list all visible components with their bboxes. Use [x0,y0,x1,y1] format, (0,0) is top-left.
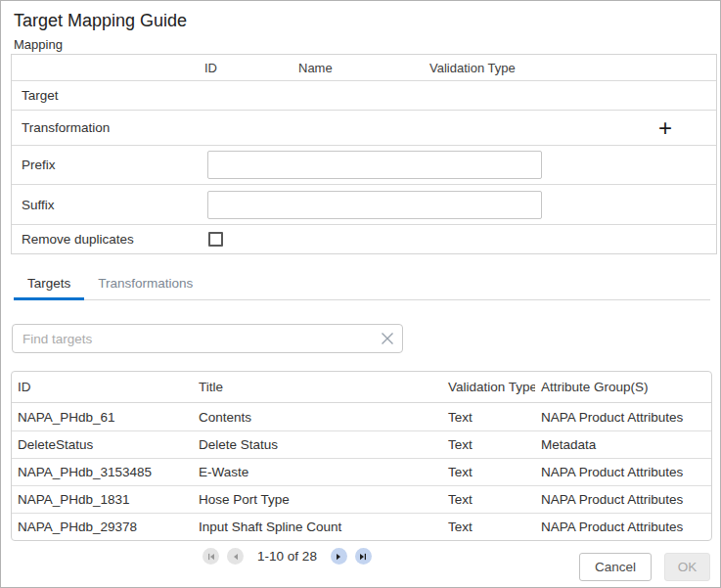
table-row[interactable]: NAPA_PHdb_1831 Hose Port Type Text NAPA … [12,485,711,513]
table-row[interactable]: NAPA_PHdb_61 Contents Text NAPA Product … [12,403,711,430]
suffix-input[interactable] [207,191,542,219]
cell-validation-type: Text [442,437,535,452]
clear-search-button[interactable] [373,325,402,352]
table-row[interactable]: NAPA_PHdb_29378 Input Shaft Spline Count… [12,513,711,540]
last-page-button[interactable] [355,548,372,565]
mapping-section-label: Mapping [14,37,720,52]
tab-transformations[interactable]: Transformations [84,270,206,300]
close-icon [380,331,395,346]
tab-targets[interactable]: Targets [14,270,84,300]
cell-id: NAPA_PHdb_61 [12,410,193,425]
mapping-col-name: Name [298,61,429,75]
cell-title: Input Shaft Spline Count [193,520,442,534]
remove-duplicates-label: Remove duplicates [12,232,204,247]
cell-id: NAPA_PHdb_3153485 [12,465,193,479]
next-page-button[interactable] [331,548,347,565]
cell-attribute-group: Metadata [535,437,711,452]
prev-page-button[interactable] [227,548,244,565]
cell-attribute-group: NAPA Product Attributes [535,410,711,425]
cell-id: NAPA_PHdb_29378 [12,520,193,534]
mapping-row-suffix: Suffix [12,184,716,224]
page-title: Target Mapping Guide [1,1,720,32]
last-page-icon [358,552,368,562]
add-transformation-button[interactable]: + [653,114,677,142]
cell-validation-type: Text [442,520,535,534]
cell-validation-type: Text [442,465,535,479]
tabbar: Targets Transformations [14,270,710,300]
cell-id: NAPA_PHdb_1831 [12,492,193,507]
mapping-col-validation-type: Validation Type [429,61,716,75]
mapping-table: ID Name Validation Type Target Transform… [11,54,717,254]
cell-attribute-group: NAPA Product Attributes [535,492,711,507]
first-page-button[interactable] [203,548,219,565]
col-validation-type: Validation Type [442,380,535,394]
col-attribute-group: Attribute Group(S) [535,380,711,394]
plus-icon: + [658,114,672,141]
cancel-button[interactable]: Cancel [579,553,652,581]
suffix-label: Suffix [12,198,204,212]
pagination-status: 1-10 of 28 [257,549,317,564]
col-title: Title [193,380,442,394]
table-row[interactable]: DeleteStatus Delete Status Text Metadata [12,430,711,458]
cell-title: E-Waste [193,465,442,479]
mapping-row-target: Target [12,80,716,110]
ok-button[interactable]: OK [664,553,710,581]
next-page-icon [334,552,343,562]
mapping-row-remove-duplicates: Remove duplicates [12,224,716,253]
mapping-row-prefix: Prefix [12,145,716,184]
mapping-col-id: ID [204,61,298,75]
cell-id: DeleteStatus [12,437,193,452]
target-row-label: Target [12,88,204,103]
col-id: ID [12,380,193,394]
transformation-row-label: Transformation [12,120,204,135]
target-mapping-guide-dialog: Target Mapping Guide Mapping ID Name Val… [0,0,721,588]
cell-attribute-group: NAPA Product Attributes [535,520,711,534]
remove-duplicates-checkbox[interactable] [208,232,223,247]
cell-title: Hose Port Type [193,492,442,507]
first-page-icon [206,552,216,562]
targets-table: ID Title Validation Type Attribute Group… [11,371,712,541]
targets-table-header: ID Title Validation Type Attribute Group… [12,372,711,403]
prefix-label: Prefix [12,158,204,172]
mapping-row-transformation: Transformation + [12,110,716,145]
find-targets-search [12,324,403,353]
search-input[interactable] [13,325,373,352]
prev-page-icon [231,552,241,562]
cell-title: Delete Status [193,437,442,452]
cell-attribute-group: NAPA Product Attributes [535,465,711,479]
targets-table-body: NAPA_PHdb_61 Contents Text NAPA Product … [12,403,711,540]
cell-title: Contents [193,410,442,425]
table-row[interactable]: NAPA_PHdb_3153485 E-Waste Text NAPA Prod… [12,458,711,485]
cell-validation-type: Text [442,410,535,425]
cell-validation-type: Text [442,492,535,507]
mapping-header-row: ID Name Validation Type [12,55,716,80]
prefix-input[interactable] [207,151,542,179]
